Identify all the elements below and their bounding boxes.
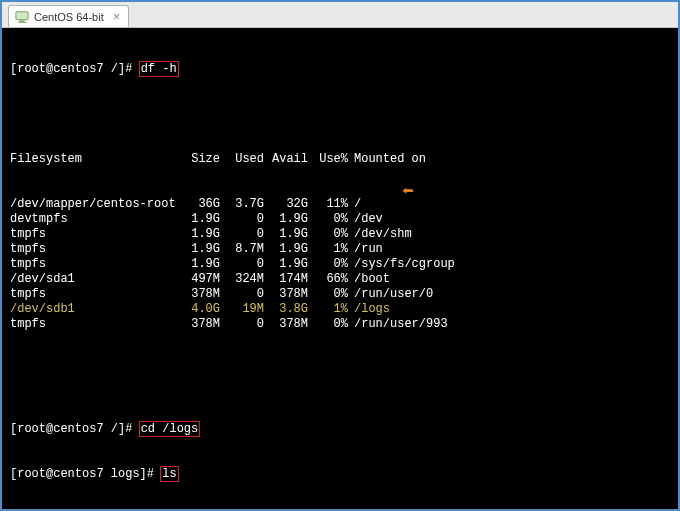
prompt-line-2: [root@centos7 /]# cd /logs: [10, 422, 672, 437]
svg-rect-0: [16, 11, 28, 19]
prompt-line-1: [root@centos7 /]# df -h: [10, 62, 672, 77]
df-row: tmpfs1.9G8.7M1.9G1%/run: [10, 242, 672, 257]
tab-centos[interactable]: CentOS 64-bit ×: [8, 5, 129, 27]
svg-rect-1: [19, 20, 24, 21]
vm-monitor-icon: [15, 10, 29, 24]
df-row: /dev/mapper/centos-root36G3.7G32G11%/: [10, 197, 672, 212]
cmd-ls: ls: [161, 467, 177, 481]
df-row: tmpfs378M0378M0%/run/user/0: [10, 287, 672, 302]
terminal[interactable]: [root@centos7 /]# df -h FilesystemSizeUs…: [2, 28, 678, 509]
arrow-annotation: ⬅: [402, 185, 413, 200]
cmd-cd: cd /logs: [140, 422, 200, 436]
tab-bar: CentOS 64-bit ×: [2, 2, 678, 28]
df-row: /dev/sda1497M324M174M66%/boot: [10, 272, 672, 287]
vm-window: CentOS 64-bit × [root@centos7 /]# df -h …: [0, 0, 680, 511]
df-row: tmpfs1.9G01.9G0%/dev/shm: [10, 227, 672, 242]
df-header: FilesystemSizeUsedAvailUse%Mounted on: [10, 152, 672, 167]
df-row: /dev/sdb14.0G19M3.8G1%/logs: [10, 302, 672, 317]
tab-label: CentOS 64-bit: [34, 11, 104, 23]
df-row: tmpfs1.9G01.9G0%/sys/fs/cgroup: [10, 257, 672, 272]
df-row: tmpfs378M0378M0%/run/user/993: [10, 317, 672, 332]
df-row: devtmpfs1.9G01.9G0%/dev: [10, 212, 672, 227]
prompt-line-3: [root@centos7 logs]# ls: [10, 467, 672, 482]
close-icon[interactable]: ×: [113, 10, 121, 23]
svg-rect-2: [18, 21, 27, 22]
cmd-df: df -h: [140, 62, 178, 76]
df-output: FilesystemSizeUsedAvailUse%Mounted on /d…: [10, 122, 672, 362]
